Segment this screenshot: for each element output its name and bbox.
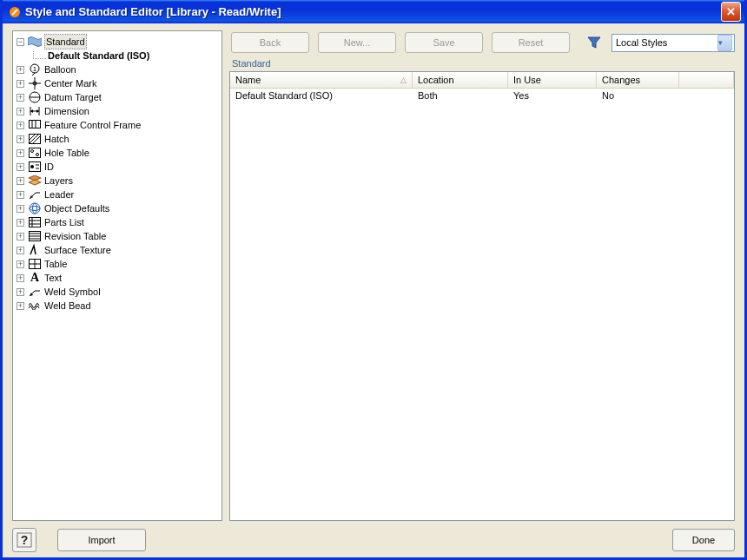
tree-item-label: Hatch xyxy=(44,132,69,146)
tree-item-label: Text xyxy=(44,271,62,285)
tree-item-dimension[interactable]: +Dimension xyxy=(15,104,220,118)
help-icon: ? xyxy=(17,532,32,548)
tree-item-weld-bead[interactable]: +Weld Bead xyxy=(15,299,220,313)
tree-item-center-mark[interactable]: +Center Mark xyxy=(15,76,220,90)
column-location[interactable]: Location xyxy=(413,72,508,88)
tree-item-label: Leader xyxy=(44,188,74,201)
client-area: − Standard Default Standard (ISO) xyxy=(5,23,742,555)
right-panel: Back New... Save Reset Local Styles ▾ St… xyxy=(229,30,735,521)
svg-line-2 xyxy=(32,73,35,76)
column-tail xyxy=(679,72,734,88)
balloon-icon: 1 xyxy=(28,63,42,76)
tree-item-parts-list[interactable]: +Parts List xyxy=(15,215,220,229)
tree-item-object-defaults[interactable]: +Object Defaults xyxy=(15,201,220,215)
expand-icon[interactable]: + xyxy=(17,177,24,185)
tree-item-surface-texture[interactable]: +Surface Texture xyxy=(15,243,220,257)
tree-item-layers[interactable]: +Layers xyxy=(15,174,220,188)
svg-text:1: 1 xyxy=(33,65,37,73)
dropdown-value: Local Styles xyxy=(616,37,717,48)
expand-icon[interactable]: + xyxy=(17,135,24,143)
svg-text:?: ? xyxy=(21,533,29,547)
style-filter-dropdown[interactable]: Local Styles ▾ xyxy=(611,34,735,52)
expand-icon[interactable]: + xyxy=(17,66,24,74)
expand-icon[interactable]: + xyxy=(17,80,24,88)
globe-icon xyxy=(28,201,42,215)
expand-icon[interactable]: + xyxy=(17,94,24,102)
save-button[interactable]: Save xyxy=(405,32,483,53)
expand-icon[interactable]: + xyxy=(17,288,24,296)
tree-item-hole-table[interactable]: +Hole Table xyxy=(15,146,220,160)
expand-icon[interactable]: + xyxy=(17,205,24,213)
expand-icon[interactable]: + xyxy=(17,122,24,129)
expand-icon[interactable]: + xyxy=(17,302,24,310)
svg-point-25 xyxy=(30,165,34,168)
svg-marker-29 xyxy=(29,180,41,185)
parts-list-icon xyxy=(28,215,42,229)
tree-item-label: Weld Symbol xyxy=(44,285,101,299)
tree-item-label: Hole Table xyxy=(44,146,89,160)
svg-point-22 xyxy=(31,150,34,153)
expand-icon[interactable]: + xyxy=(17,274,24,282)
weld-symbol-icon xyxy=(28,285,42,299)
svg-rect-14 xyxy=(30,121,41,128)
expand-icon[interactable]: + xyxy=(17,260,24,268)
import-button[interactable]: Import xyxy=(57,529,146,551)
tree-item-label: Surface Texture xyxy=(44,243,111,257)
cell-changes: No xyxy=(597,89,679,102)
expand-icon[interactable]: + xyxy=(17,163,24,171)
panel-label: Standard xyxy=(229,58,735,71)
column-in-use[interactable]: In Use xyxy=(508,72,597,88)
hole-table-icon xyxy=(28,146,42,160)
hatch-icon xyxy=(28,132,42,146)
tree-item-weld-symbol[interactable]: +Weld Symbol xyxy=(15,285,220,299)
tree-item-hatch[interactable]: +Hatch xyxy=(15,132,220,146)
cell-location: Both xyxy=(413,89,508,102)
help-button[interactable]: ? xyxy=(12,528,36,552)
tree-item-label: Default Standard (ISO) xyxy=(48,49,149,63)
table-row[interactable]: Default Standard (ISO) Both Yes No xyxy=(230,89,734,102)
id-icon xyxy=(28,160,42,174)
back-button[interactable]: Back xyxy=(231,32,309,53)
new-button[interactable]: New... xyxy=(318,32,396,53)
tree-item-label: Revision Table xyxy=(44,229,106,243)
reset-button[interactable]: Reset xyxy=(492,32,570,53)
tree-item-label: Dimension xyxy=(44,104,89,118)
expand-icon[interactable]: + xyxy=(17,233,24,240)
tree-item-id[interactable]: +ID xyxy=(15,160,220,174)
expand-icon[interactable]: + xyxy=(17,149,24,157)
toolbar: Back New... Save Reset Local Styles ▾ xyxy=(229,30,735,58)
style-tree[interactable]: − Standard Default Standard (ISO) xyxy=(12,30,222,521)
expand-icon[interactable]: + xyxy=(17,219,24,227)
tree-item-label: Datum Target xyxy=(44,90,102,104)
layers-icon xyxy=(28,174,42,188)
column-changes[interactable]: Changes xyxy=(597,72,679,88)
tree-item-label: Center Mark xyxy=(44,76,97,90)
filter-icon[interactable] xyxy=(587,36,601,49)
collapse-icon[interactable]: − xyxy=(17,38,24,46)
expand-icon[interactable]: + xyxy=(17,247,24,254)
expand-icon[interactable]: + xyxy=(17,191,24,199)
tree-item-text[interactable]: +AText xyxy=(15,271,220,285)
chevron-down-icon[interactable]: ▾ xyxy=(717,35,732,51)
standard-icon xyxy=(28,35,42,49)
sort-asc-icon: △ xyxy=(400,76,407,84)
tree-item-balloon[interactable]: +1Balloon xyxy=(15,63,220,76)
tree-item-revision-table[interactable]: +Revision Table xyxy=(15,229,220,243)
expand-icon[interactable]: + xyxy=(17,108,24,115)
weld-bead-icon xyxy=(28,299,42,313)
close-button[interactable]: ✕ xyxy=(721,2,741,22)
dimension-icon xyxy=(28,104,42,118)
tree-root-label: Standard xyxy=(44,34,87,49)
column-headers: Name△ Location In Use Changes xyxy=(230,72,734,89)
window-title: Style and Standard Editor [Library - Rea… xyxy=(25,5,721,18)
tree-item-table[interactable]: +Table xyxy=(15,257,220,271)
tree-item-default-standard[interactable]: Default Standard (ISO) xyxy=(30,49,220,63)
tree-root-standard[interactable]: − Standard xyxy=(15,35,220,49)
tree-item-leader[interactable]: +Leader xyxy=(15,188,220,201)
tree-item-datum-target[interactable]: +Datum Target xyxy=(15,90,220,104)
datum-target-icon xyxy=(28,90,42,104)
tree-item-feature-control-frame[interactable]: +Feature Control Frame xyxy=(15,118,220,132)
svg-point-35 xyxy=(33,203,37,214)
column-name[interactable]: Name△ xyxy=(230,72,413,88)
done-button[interactable]: Done xyxy=(672,529,735,551)
